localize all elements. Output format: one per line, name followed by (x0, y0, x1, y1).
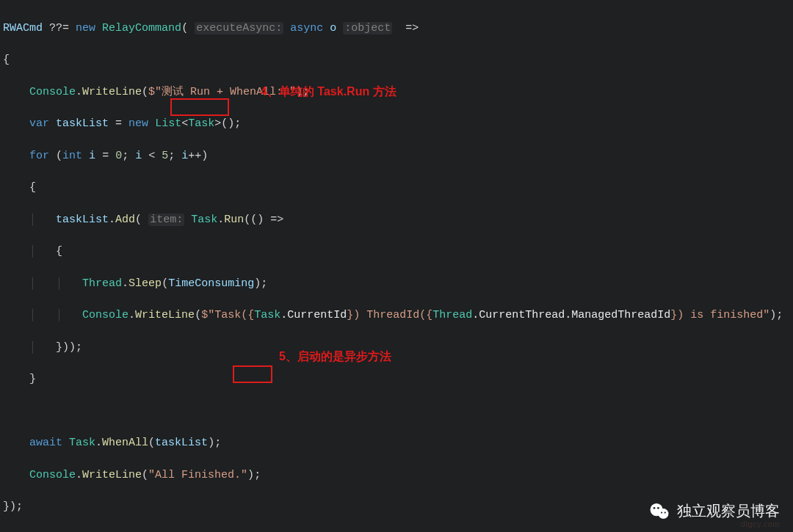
annotation-label-4: 4、单纯的 Task.Run 方法 (261, 83, 396, 100)
wechat-icon (649, 501, 670, 522)
code-line: Console.WriteLine($"测试 Run + WhenAll: ")… (3, 84, 790, 101)
code-editor[interactable]: RWACmd ??= new RelayCommand( executeAsyn… (0, 0, 793, 532)
code-line: │ │ Console.WriteLine($"Task({Task.Curre… (3, 307, 790, 324)
code-line: │ taskList.Add( item: Task.Run(() => (3, 212, 790, 228)
inlay-hint: :object (343, 22, 392, 34)
code-line: var taskList = new List<Task>(); (3, 116, 790, 132)
annotation-box-taskrun (170, 98, 229, 116)
code-line: { (3, 52, 790, 68)
svg-point-5 (665, 511, 666, 513)
inlay-hint: executeAsync: (195, 22, 283, 34)
identifier: RWACmd (3, 22, 43, 34)
code-line: await Task.WhenAll(taskList); (3, 435, 790, 451)
code-line: } (3, 371, 790, 387)
code-line: for (int i = 0; i < 5; i++) (3, 148, 790, 164)
svg-point-4 (661, 511, 662, 513)
code-line (3, 404, 790, 420)
watermark-subtext: dlgcy.com (741, 519, 780, 531)
annotation-label-5: 5、启动的是异步方法 (279, 348, 391, 365)
code-line: │ })); (3, 340, 790, 356)
code-line: { (3, 180, 790, 196)
code-line: Console.WriteLine("All Finished."); (3, 467, 790, 484)
svg-point-1 (658, 509, 668, 519)
code-line: RWACmd ??= new RelayCommand( executeAsyn… (3, 21, 790, 37)
annotation-box-async (233, 365, 272, 383)
code-line: │ │ Thread.Sleep(TimeConsuming); (3, 276, 790, 292)
svg-point-3 (657, 506, 659, 509)
code-line: │ { (3, 244, 790, 260)
inlay-hint: item: (148, 214, 184, 226)
svg-point-2 (653, 506, 656, 509)
